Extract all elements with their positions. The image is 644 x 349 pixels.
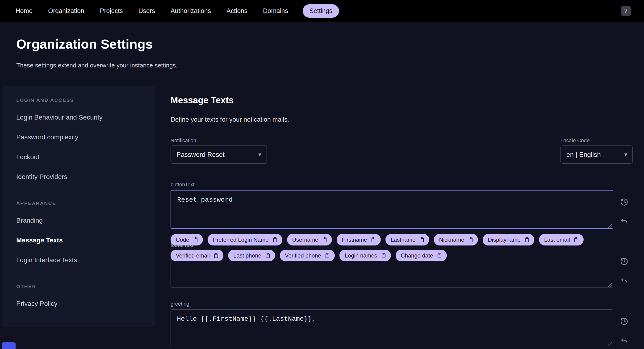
placeholder-chips: Code Preferred Login Name Username First… bbox=[170, 234, 584, 261]
nav-authorizations[interactable]: Authorizations bbox=[170, 4, 212, 17]
chip-last-phone[interactable]: Last phone bbox=[228, 250, 275, 261]
clipboard-icon bbox=[272, 237, 278, 243]
chip-nickname[interactable]: Nickname bbox=[434, 234, 478, 246]
chip-label: Code bbox=[176, 237, 189, 243]
chip-label: Login names bbox=[345, 252, 377, 259]
chip-lastname[interactable]: Lastname bbox=[386, 234, 429, 246]
settings-sidebar: LOGIN AND ACCESS Login Behaviour and Sec… bbox=[2, 86, 155, 327]
sidebar-heading-other: OTHER bbox=[16, 283, 146, 291]
chip-label: Preferred Login Name bbox=[213, 237, 268, 243]
sidebar-item-branding[interactable]: Branding bbox=[16, 211, 146, 230]
sidebar-item-login-interface-texts[interactable]: Login Interface Texts bbox=[16, 250, 146, 270]
section-description: Define your texts for your notication ma… bbox=[170, 116, 289, 123]
clipboard-icon bbox=[370, 237, 376, 243]
sidebar-item-login-behaviour-and-security[interactable]: Login Behaviour and Security bbox=[16, 107, 146, 127]
nav-home[interactable]: Home bbox=[15, 4, 34, 17]
restore-default-button[interactable] bbox=[618, 315, 630, 327]
chip-displayname[interactable]: Displayname bbox=[483, 234, 534, 246]
chip-label: Last phone bbox=[233, 252, 261, 259]
locale-code-label: Locale Code bbox=[560, 137, 590, 144]
chevron-down-icon: ▾ bbox=[258, 151, 261, 158]
undo-arrow-icon bbox=[620, 216, 629, 226]
sidebar-item-lockout[interactable]: Lockout bbox=[16, 147, 146, 167]
chip-label: Lastname bbox=[391, 237, 416, 243]
locale-select[interactable]: en | English ▾ bbox=[560, 145, 633, 164]
undo-button[interactable] bbox=[618, 275, 630, 286]
sidebar-item-password-complexity[interactable]: Password complexity bbox=[16, 127, 146, 147]
history-icon bbox=[620, 256, 629, 266]
restore-default-button[interactable] bbox=[618, 255, 630, 267]
chip-login-names[interactable]: Login names bbox=[340, 250, 391, 261]
corner-accent bbox=[2, 343, 16, 349]
chip-preferred-login-name[interactable]: Preferred Login Name bbox=[208, 234, 282, 246]
notification-select[interactable]: Password Reset ▾ bbox=[170, 145, 267, 164]
clipboard-icon bbox=[436, 253, 442, 259]
page-subtitle: These settings extend and overwrite your… bbox=[16, 62, 178, 69]
undo-arrow-icon bbox=[620, 276, 629, 285]
chip-label: Nickname bbox=[439, 237, 464, 243]
main-nav: Home Organization Projects Users Authori… bbox=[15, 4, 621, 18]
clipboard-icon bbox=[324, 253, 330, 259]
chip-change-date[interactable]: Change date bbox=[396, 250, 447, 261]
chip-row: Verified email Last phone Verified phone… bbox=[170, 250, 584, 261]
sidebar-item-privacy-policy[interactable]: Privacy Policy bbox=[16, 294, 146, 314]
top-nav: Home Organization Projects Users Authori… bbox=[0, 0, 644, 22]
sidebar-heading-appearance: APPEARANCE bbox=[16, 199, 146, 207]
chip-verified-email[interactable]: Verified email bbox=[170, 250, 224, 261]
greeting-textarea[interactable]: Hello {{.FirstName}} {{.LastName}}, bbox=[170, 309, 613, 347]
sidebar-item-identity-providers[interactable]: Identity Providers bbox=[16, 167, 146, 187]
clipboard-icon bbox=[265, 253, 271, 259]
chevron-down-icon: ▾ bbox=[624, 151, 627, 158]
chip-label: Verified phone bbox=[285, 252, 321, 259]
sidebar-heading-login-and-access: LOGIN AND ACCESS bbox=[16, 96, 146, 104]
nav-domains[interactable]: Domains bbox=[262, 4, 289, 17]
undo-arrow-icon bbox=[620, 336, 629, 346]
chip-label: Last email bbox=[544, 237, 570, 243]
nav-settings[interactable]: Settings bbox=[303, 4, 339, 18]
nav-projects[interactable]: Projects bbox=[99, 4, 124, 17]
clipboard-icon bbox=[322, 237, 328, 243]
chip-code[interactable]: Code bbox=[170, 234, 203, 246]
chip-username[interactable]: Username bbox=[287, 234, 332, 246]
chip-row: Code Preferred Login Name Username First… bbox=[170, 234, 584, 246]
sidebar-item-message-texts[interactable]: Message Texts bbox=[16, 230, 146, 250]
locale-selected-value: en | English bbox=[566, 151, 601, 158]
notification-label: Notification bbox=[170, 137, 196, 144]
sidebar-divider bbox=[16, 276, 140, 276]
chip-label: Firstname bbox=[342, 237, 367, 243]
greeting-label: greeting bbox=[170, 301, 190, 307]
chip-label: Change date bbox=[401, 252, 433, 259]
clipboard-icon bbox=[192, 237, 199, 243]
chip-label: Verified email bbox=[176, 252, 210, 259]
undo-button[interactable] bbox=[618, 335, 630, 347]
section-title: Message Texts bbox=[170, 95, 234, 105]
clipboard-icon bbox=[524, 237, 530, 243]
notification-selected-value: Password Reset bbox=[176, 151, 224, 158]
buttontext-label: buttonText bbox=[170, 182, 194, 188]
nav-actions[interactable]: Actions bbox=[226, 4, 248, 17]
nav-users[interactable]: Users bbox=[138, 4, 156, 17]
chip-label: Username bbox=[292, 237, 318, 243]
buttontext-textarea[interactable]: Reset password bbox=[170, 190, 613, 229]
clipboard-icon bbox=[213, 253, 219, 259]
help-button[interactable]: ? bbox=[621, 6, 631, 16]
clipboard-icon bbox=[380, 253, 387, 259]
page-title: Organization Settings bbox=[16, 36, 153, 52]
chip-last-email[interactable]: Last email bbox=[539, 234, 584, 246]
clipboard-icon bbox=[468, 237, 474, 243]
history-icon bbox=[620, 316, 629, 326]
undo-button[interactable] bbox=[618, 215, 630, 227]
clipboard-icon bbox=[573, 237, 579, 243]
sidebar-divider bbox=[16, 193, 140, 193]
chip-label: Displayname bbox=[488, 237, 521, 243]
clipboard-icon bbox=[419, 237, 425, 243]
nav-organization[interactable]: Organization bbox=[47, 4, 85, 17]
restore-default-button[interactable] bbox=[618, 196, 630, 207]
chip-firstname[interactable]: Firstname bbox=[337, 234, 381, 246]
chip-verified-phone[interactable]: Verified phone bbox=[280, 250, 335, 261]
history-icon bbox=[620, 197, 629, 206]
